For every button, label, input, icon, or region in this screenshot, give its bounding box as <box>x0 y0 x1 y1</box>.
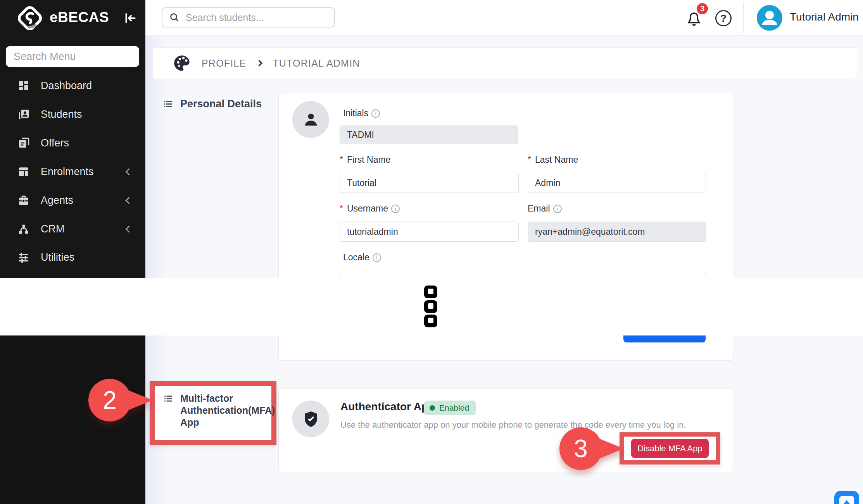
chevron-left-icon <box>125 225 132 232</box>
initials-field[interactable] <box>340 126 518 144</box>
sidebar-search-input[interactable] <box>6 51 139 63</box>
top-bar: 3 Tutorial Admin <box>145 0 863 36</box>
ebecas-logo-icon <box>17 5 43 31</box>
breadcrumb-profile[interactable]: PROFILE <box>202 58 246 69</box>
mfa-nav-highlight-box[interactable]: Multi-factor Authentication(MFA) App <box>150 381 276 445</box>
scroll-to-top-button[interactable] <box>834 491 859 504</box>
sidebar-item-label: CRM <box>41 223 65 235</box>
nav-personal-details-label: Personal Details <box>180 98 262 110</box>
username-label: Username <box>340 203 400 214</box>
breadcrumb: PROFILE TUTORIAL ADMIN <box>152 47 857 79</box>
sidebar-item-offers[interactable]: Offers <box>0 132 145 153</box>
offers-icon <box>17 137 30 149</box>
search-icon <box>169 12 180 23</box>
status-badge: Enabled <box>424 401 476 415</box>
first-name-field[interactable] <box>340 173 519 193</box>
students-icon <box>17 108 30 120</box>
sidebar-item-label: Students <box>41 108 82 120</box>
disable-mfa-button[interactable]: Disable MFA App <box>631 439 709 458</box>
last-name-label: Last Name <box>528 155 578 165</box>
crm-icon <box>17 223 30 235</box>
mfa-title: Authenticator App <box>340 401 435 413</box>
info-icon <box>371 109 380 118</box>
status-dot-icon <box>430 405 435 411</box>
continuation-dot <box>424 286 437 298</box>
sidebar-item-enrolments[interactable]: Enrolments <box>0 161 145 182</box>
continuation-dot <box>424 300 437 313</box>
help-icon[interactable] <box>715 10 732 26</box>
disable-mfa-highlight-box: Disable MFA App <box>620 432 720 464</box>
shield-avatar <box>292 401 329 437</box>
info-icon <box>553 205 562 213</box>
info-icon <box>373 253 381 262</box>
sidebar-item-label: Dashboard <box>41 80 92 92</box>
agents-icon <box>17 194 30 206</box>
palette-icon <box>172 53 192 73</box>
sidebar-item-label: Offers <box>41 137 69 149</box>
arrow-up-icon <box>839 496 854 504</box>
user-name[interactable]: Tutorial Admin <box>790 11 859 23</box>
breadcrumb-current: TUTORIAL ADMIN <box>273 58 360 69</box>
email-label: Email <box>528 203 562 214</box>
sidebar-item-label: Agents <box>41 194 73 206</box>
locale-label: Locale <box>343 252 381 263</box>
list-icon <box>163 99 173 109</box>
nav-personal-details[interactable]: Personal Details <box>163 98 262 110</box>
chevron-right-icon <box>256 60 263 67</box>
sidebar-collapse-icon[interactable] <box>123 11 137 26</box>
sidebar-item-utilities[interactable]: Utilities <box>0 247 145 268</box>
student-search[interactable] <box>162 7 335 28</box>
profile-avatar <box>292 101 329 138</box>
first-name-label: First Name <box>340 155 390 165</box>
divider <box>743 2 744 33</box>
user-avatar[interactable] <box>757 5 782 31</box>
email-field[interactable] <box>528 222 706 242</box>
last-name-field[interactable] <box>528 173 706 193</box>
sidebar-search[interactable] <box>6 46 139 67</box>
sidebar-lower-block <box>0 335 145 504</box>
initials-label: Initials <box>343 108 380 119</box>
utilities-icon <box>17 251 30 263</box>
dashboard-icon <box>17 79 30 92</box>
app-window: eBECAS Dashboard Students Offers <box>0 0 863 504</box>
annotation-arrow <box>595 437 624 460</box>
annotation-step-3: 3 <box>559 427 602 470</box>
notification-count-badge: 3 <box>696 2 709 15</box>
sidebar-item-students[interactable]: Students <box>0 104 145 125</box>
chevron-left-icon <box>125 168 132 175</box>
annotation-arrow <box>124 389 153 412</box>
student-search-input[interactable] <box>186 12 334 23</box>
app-title: eBECAS <box>50 9 109 26</box>
username-field[interactable] <box>340 222 519 242</box>
sidebar-item-label: Utilities <box>41 251 74 263</box>
enrolments-icon <box>17 165 30 178</box>
sidebar-item-dashboard[interactable]: Dashboard <box>0 75 145 96</box>
mfa-description: Use the authenticator app on your mobile… <box>340 420 686 430</box>
chevron-left-icon <box>125 197 132 204</box>
sidebar-item-label: Enrolments <box>41 166 94 178</box>
annotation-step-2: 2 <box>88 379 131 421</box>
info-icon <box>391 205 400 213</box>
sidebar-item-agents[interactable]: Agents <box>0 190 145 211</box>
continuation-dot <box>424 315 437 327</box>
sidebar: eBECAS Dashboard Students Offers <box>0 0 145 278</box>
list-icon <box>163 394 173 404</box>
sidebar-item-crm[interactable]: CRM <box>0 218 145 239</box>
nav-mfa-label: Multi-factor Authentication(MFA) App <box>180 392 275 440</box>
